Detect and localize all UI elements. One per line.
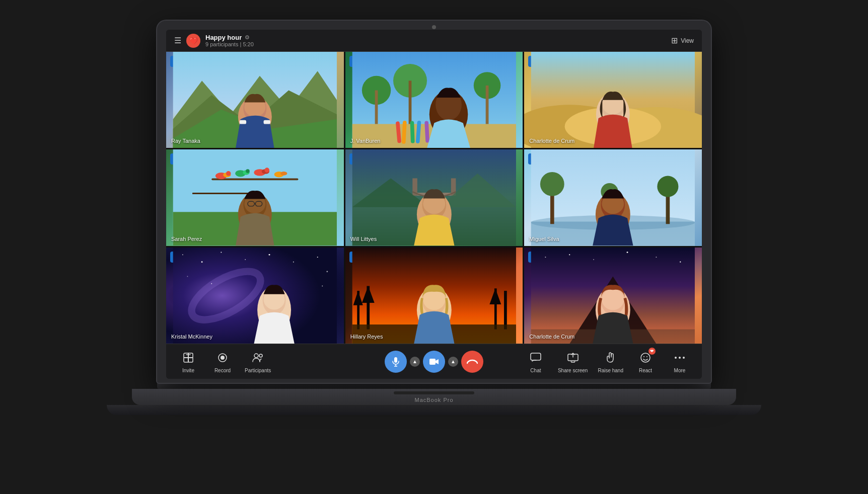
svg-rect-12	[375, 91, 378, 124]
svg-rect-16	[485, 86, 488, 124]
svg-point-130	[679, 357, 681, 359]
svg-point-75	[182, 254, 183, 255]
video-cell-6: b	[166, 248, 344, 344]
settings-icon[interactable]: ⚙	[245, 34, 250, 41]
svg-point-40	[246, 170, 250, 174]
meeting-icon: ❤️	[186, 34, 200, 48]
svg-rect-123	[429, 359, 436, 365]
svg-point-107	[593, 259, 594, 260]
svg-rect-7	[240, 120, 246, 124]
more-icon	[672, 350, 688, 366]
svg-point-82	[326, 271, 328, 272]
svg-point-78	[245, 259, 246, 260]
chat-button[interactable]: Chat	[524, 350, 548, 373]
video-chevron[interactable]: ▲	[448, 357, 458, 367]
svg-point-108	[627, 252, 628, 253]
video-cell-5: b	[524, 149, 702, 245]
invite-button[interactable]: Invite	[176, 350, 200, 373]
video-grid: b	[166, 52, 702, 344]
video-cell-7: b	[345, 248, 523, 344]
meeting-participants: 9 participants | 5:20	[205, 41, 254, 47]
svg-point-106	[569, 254, 570, 255]
invite-label: Invite	[182, 368, 194, 373]
svg-point-117	[221, 356, 225, 360]
share-screen-button[interactable]: Share screen	[558, 350, 588, 373]
svg-point-66	[540, 172, 564, 196]
svg-rect-19	[410, 121, 414, 143]
view-label: View	[681, 37, 694, 44]
svg-point-77	[221, 252, 222, 253]
svg-point-128	[646, 356, 647, 357]
camera-dot	[432, 25, 436, 29]
svg-point-85	[322, 285, 323, 286]
svg-rect-34	[192, 193, 250, 194]
record-label: Record	[214, 368, 231, 373]
laptop-base: MacBook Pro	[132, 389, 736, 405]
participant-label-2: Charlotte de Crum	[529, 138, 574, 144]
participants-label: Participants	[245, 368, 271, 373]
toolbar-center: ▲ ▲	[385, 351, 483, 373]
bg-svg-0	[166, 52, 344, 148]
svg-point-105	[545, 257, 546, 258]
svg-point-83	[187, 276, 188, 277]
svg-rect-120	[394, 357, 397, 363]
svg-point-45	[280, 172, 287, 176]
svg-rect-8	[264, 120, 270, 124]
participant-label-8: Charlotte de Crum	[529, 334, 574, 340]
participant-label-7: Hillary Reyes	[350, 334, 383, 340]
header-left: ☰ ❤️ Happy hour ⚙ 9 participants | 5:20	[174, 34, 254, 48]
more-label: More	[674, 368, 686, 373]
raise-hand-label: Raise hand	[598, 368, 623, 373]
participants-button[interactable]: Participants	[245, 350, 271, 373]
react-label: React	[639, 368, 652, 373]
svg-point-127	[643, 356, 644, 357]
mic-chevron[interactable]: ▲	[410, 357, 420, 367]
participant-label-3: Sarah Perez	[171, 236, 202, 242]
trackpad-notch	[394, 391, 474, 394]
laptop-hinge	[157, 383, 711, 389]
video-button[interactable]	[423, 351, 445, 373]
svg-point-109	[656, 257, 657, 258]
bg-svg-1	[345, 52, 523, 148]
end-call-button[interactable]	[461, 351, 483, 373]
svg-point-119	[259, 354, 262, 357]
bg-svg-4	[345, 149, 523, 245]
hamburger-icon[interactable]: ☰	[174, 36, 181, 45]
record-button[interactable]: Record	[210, 350, 235, 373]
record-icon	[214, 350, 231, 366]
participant-label-6: Kristal McKinney	[171, 334, 212, 340]
screen-bezel: ☰ ❤️ Happy hour ⚙ 9 participants | 5:20 …	[157, 21, 711, 383]
video-cell-1: b	[345, 52, 523, 148]
svg-point-37	[226, 171, 231, 176]
chat-icon	[528, 350, 544, 366]
svg-point-80	[293, 261, 294, 262]
bg-svg-6	[166, 248, 344, 344]
svg-point-114	[602, 289, 624, 310]
mic-button[interactable]	[385, 351, 407, 373]
more-button[interactable]: More	[668, 350, 692, 373]
svg-point-118	[254, 354, 258, 358]
video-cell-0: b	[166, 52, 344, 148]
svg-point-79	[269, 254, 270, 256]
react-icon: ❤	[637, 350, 654, 366]
participant-label-1: J. VanBuren	[350, 138, 381, 144]
laptop-container: ☰ ❤️ Happy hour ⚙ 9 participants | 5:20 …	[132, 21, 736, 473]
meeting-title: Happy hour	[205, 34, 242, 41]
video-cell-2: b	[524, 52, 702, 148]
bg-svg-7	[345, 248, 523, 344]
meeting-title-row: Happy hour ⚙	[205, 34, 254, 41]
header-right[interactable]: ⊞ View	[671, 36, 694, 45]
react-heart-badge: ❤	[648, 348, 656, 355]
svg-point-110	[680, 261, 681, 262]
participants-icon	[250, 350, 266, 366]
share-screen-label: Share screen	[558, 368, 588, 373]
laptop-base-bottom	[107, 405, 761, 415]
svg-point-131	[683, 357, 685, 359]
svg-rect-97	[504, 291, 507, 330]
raise-hand-icon	[603, 350, 619, 366]
raise-hand-button[interactable]: Raise hand	[598, 350, 623, 373]
meeting-header: ☰ ❤️ Happy hour ⚙ 9 participants | 5:20 …	[166, 30, 702, 52]
react-button[interactable]: ❤ React	[633, 350, 658, 373]
video-cell-4: b	[345, 149, 523, 245]
meeting-info: Happy hour ⚙ 9 participants | 5:20	[205, 34, 254, 47]
